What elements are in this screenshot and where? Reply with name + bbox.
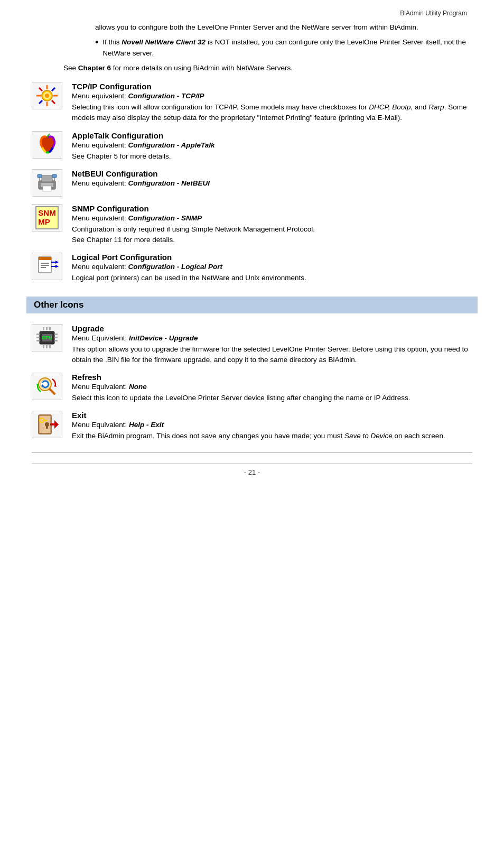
snmp-icon-box: SNMMP [32, 204, 62, 232]
svg-marker-54 [54, 420, 59, 429]
svg-rect-34 [54, 340, 58, 341]
netbeui-icon-box [32, 169, 62, 197]
svg-rect-32 [54, 334, 58, 335]
header-title: BiAdmin Utility Program [400, 10, 467, 17]
section-refresh: Refresh Menu Equivalent: None Select thi… [32, 373, 472, 403]
exit-menu-equiv: Menu Equivalent: Help - Exit [72, 421, 472, 429]
netbeui-title: NetBEUI Configuration [72, 169, 472, 178]
intro-bullet: • If this Novell NetWare Client 32 is NO… [95, 37, 472, 59]
tcpip-content: TCP/IP Configuration Menu equivalent: Co… [72, 82, 472, 124]
refresh-icon-box [32, 373, 62, 400]
snmp-icon: SNMMP [35, 206, 59, 229]
svg-line-7 [52, 88, 55, 91]
logical-menu-equiv: Menu equivalent: Configuration - Logical… [72, 263, 472, 271]
logical-content: Logical Port Configuration Menu equivale… [72, 253, 472, 283]
page-number: - 21 - [32, 464, 472, 476]
exit-content: Exit Menu Equivalent: Help - Exit Exit t… [72, 411, 472, 441]
tcpip-title: TCP/IP Configuration [72, 82, 472, 91]
appletalk-icon-box [32, 131, 62, 159]
svg-rect-30 [36, 337, 40, 338]
bullet-text: If this Novell NetWare Client 32 is NOT … [102, 37, 472, 59]
exit-title: Exit [72, 411, 472, 420]
upgrade-desc: This option allows you to upgrade the fi… [72, 344, 472, 366]
svg-rect-40 [49, 345, 51, 348]
netbeui-menu-equiv: Menu equivalent: Configuration - NetBEUI [72, 179, 472, 187]
logical-title: Logical Port Configuration [72, 253, 472, 262]
snmp-menu-equiv: Menu equivalent: Configuration - SNMP [72, 214, 472, 222]
svg-rect-15 [38, 174, 42, 178]
svg-marker-26 [55, 261, 59, 264]
refresh-icon [35, 375, 59, 398]
snmp-title: SNMP Configuration [72, 204, 472, 213]
appletalk-menu-equiv: Menu equivalent: Configuration - AppleTa… [72, 141, 472, 149]
tcpip-icon-box [32, 82, 62, 109]
svg-rect-29 [36, 334, 40, 335]
appletalk-icon [35, 133, 59, 156]
upgrade-menu-equiv: Menu Equivalent: InitDevice - Upgrade [72, 334, 472, 342]
upgrade-icon: CPU [35, 326, 59, 349]
svg-rect-16 [52, 174, 57, 178]
svg-line-8 [39, 100, 42, 104]
intro-line1: allows you to configure both the LevelOn… [95, 22, 472, 33]
netbeui-content: NetBEUI Configuration Menu equivalent: C… [72, 169, 472, 189]
svg-rect-37 [49, 327, 51, 330]
svg-rect-20 [39, 257, 51, 260]
svg-rect-38 [43, 345, 44, 348]
section-appletalk: AppleTalk Configuration Menu equivalent:… [32, 131, 472, 162]
page-divider [32, 452, 472, 453]
section-netbeui: NetBEUI Configuration Menu equivalent: C… [32, 169, 472, 197]
section-snmp: SNMMP SNMP Configuration Menu equivalent… [32, 204, 472, 246]
section-tcpip: TCP/IP Configuration Menu equivalent: Co… [32, 82, 472, 124]
logical-desc: Logical port (printers) can be used in t… [72, 273, 472, 283]
upgrade-icon-box: CPU [32, 324, 62, 352]
appletalk-content: AppleTalk Configuration Menu equivalent:… [72, 131, 472, 162]
appletalk-title: AppleTalk Configuration [72, 131, 472, 140]
exit-icon [35, 413, 59, 436]
refresh-content: Refresh Menu Equivalent: None Select thi… [72, 373, 472, 403]
svg-rect-36 [46, 327, 48, 330]
svg-rect-35 [43, 327, 44, 330]
snmp-desc: Configuration is only required if using … [72, 224, 472, 246]
snmp-content: SNMP Configuration Menu equivalent: Conf… [72, 204, 472, 246]
netbeui-icon [35, 171, 59, 195]
svg-rect-14 [43, 186, 51, 191]
svg-line-5 [39, 88, 42, 91]
bullet-dot: • [95, 37, 98, 49]
svg-line-46 [50, 389, 54, 394]
other-icons-header: Other Icons [26, 297, 478, 313]
logical-icon-box [32, 253, 62, 280]
svg-rect-33 [54, 337, 58, 338]
appletalk-desc: See Chapter 5 for more details. [72, 151, 472, 162]
section-exit: Exit Menu Equivalent: Help - Exit Exit t… [32, 411, 472, 441]
see-chapter: See Chapter 6 for more details on using … [63, 63, 472, 73]
page-header: BiAdmin Utility Program [32, 10, 472, 17]
upgrade-title: Upgrade [72, 324, 472, 333]
section-upgrade: CPU Upgrade Menu Equivalent: InitDevice … [32, 324, 472, 366]
svg-rect-52 [46, 426, 48, 429]
refresh-desc: Select this icon to update the LevelOne … [72, 393, 472, 403]
svg-rect-39 [46, 345, 48, 348]
section-logical: Logical Port Configuration Menu equivale… [32, 253, 472, 283]
tcpip-desc: Selecting this icon will allow configura… [72, 102, 472, 124]
upgrade-content: Upgrade Menu Equivalent: InitDevice - Up… [72, 324, 472, 366]
svg-rect-13 [42, 175, 52, 182]
exit-desc: Exit the BiAdmin program. This does not … [72, 431, 472, 441]
svg-text:CPU: CPU [42, 335, 52, 340]
svg-point-10 [45, 94, 49, 98]
page: BiAdmin Utility Program allows you to co… [0, 0, 504, 851]
refresh-title: Refresh [72, 373, 472, 382]
refresh-menu-equiv: Menu Equivalent: None [72, 383, 472, 391]
exit-icon-box [32, 411, 62, 438]
tcpip-menu-equiv: Menu equivalent: Configuration - TCP/IP [72, 92, 472, 100]
svg-marker-27 [55, 265, 59, 268]
tcpip-icon [35, 84, 59, 107]
svg-rect-31 [36, 340, 40, 341]
svg-line-6 [52, 100, 55, 104]
logical-icon [35, 255, 59, 278]
